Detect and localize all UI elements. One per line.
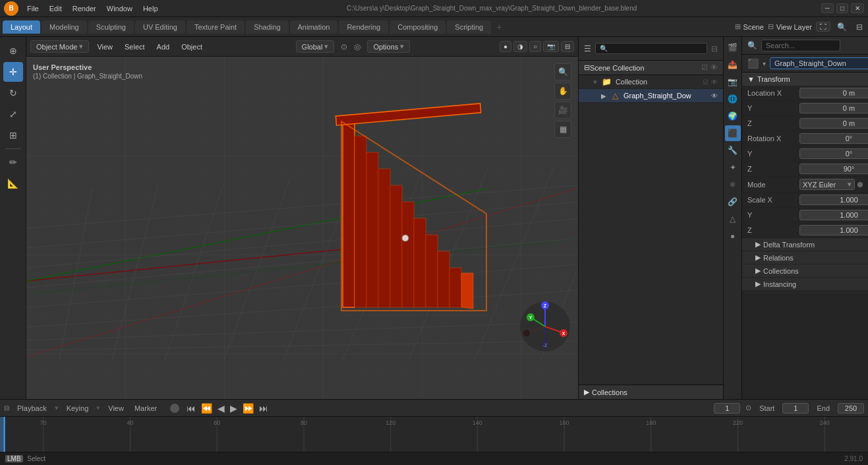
tab-scripting[interactable]: Scripting [447,20,491,34]
menu-file[interactable]: File [22,3,43,14]
object-eye-icon[interactable]: 👁 [711,92,718,100]
annotate-tool-icon[interactable]: ✏ [3,152,23,172]
tab-compositing[interactable]: Compositing [390,20,446,34]
engine-selector[interactable]: ⊞ [735,22,741,31]
properties-search-input[interactable] [761,40,840,51]
scale-tool-icon[interactable]: ⤢ [3,104,23,124]
scene-collection-checkbox-icon[interactable]: ☑ [701,63,708,72]
collection-item[interactable]: ▼ 📁 Collection ☑ 👁 [579,75,723,89]
rotation-mode-dot[interactable] [857,182,863,187]
navigation-gizmo[interactable]: Z -Z X Y [519,300,571,353]
keying-menu[interactable]: Keying [64,404,92,413]
minimize-button[interactable]: ─ [821,3,834,13]
close-button[interactable]: ✕ [851,3,864,13]
scale-y-input[interactable] [799,210,868,220]
material-tab-icon[interactable]: ● [725,228,741,244]
maximize-button[interactable]: □ [836,3,848,13]
outliner-filter-button[interactable]: ⊟ [711,44,718,53]
menu-window[interactable]: Window [102,3,137,14]
location-y-input[interactable] [799,103,868,113]
location-z-input[interactable] [799,118,868,129]
jump-forward-button[interactable]: ⏩ [241,403,256,414]
jump-to-end-button[interactable]: ⏭ [257,403,270,414]
snap-magnet-icon[interactable]: ⊙ [338,41,350,53]
jump-back-button[interactable]: ⏪ [199,403,214,414]
delta-transform-header[interactable]: ▶ Delta Transform [742,238,868,251]
viewport-select-menu[interactable]: Select [121,42,149,52]
transform-space-selector[interactable]: Global ▾ [296,40,335,53]
options-button[interactable]: Options ▾ [367,40,410,53]
scene-tab-icon[interactable]: 🌐 [725,91,741,107]
collection-checkbox-icon[interactable]: ☑ [703,78,709,86]
search-button[interactable]: 🔍 [834,21,850,33]
scale-x-input[interactable] [799,195,868,205]
proportional-edit-icon[interactable]: ◎ [351,41,363,53]
camera-view-button[interactable]: 🎥 [554,102,571,119]
playback-menu[interactable]: Playback [14,404,49,413]
rotation-x-input[interactable] [799,133,868,144]
viewport-camera-icon[interactable]: 📷 [543,41,559,52]
play-reverse-button[interactable]: ◀ [216,403,227,414]
viewport-map-icon[interactable]: ⊟ [561,41,574,52]
view-menu[interactable]: View [105,404,127,413]
tab-animation[interactable]: Animation [290,20,338,34]
particles-tab-icon[interactable]: ✦ [725,160,741,175]
modifier-tab-icon[interactable]: 🔧 [725,142,741,158]
tab-uv-editing[interactable]: UV Editing [135,20,185,34]
object-tab-icon[interactable]: ⬛ [725,125,741,141]
view-layer-tab-icon[interactable]: 📷 [725,74,741,90]
object-name-input[interactable] [770,57,868,69]
marker-menu[interactable]: Marker [132,404,159,413]
scale-z-input[interactable] [799,225,868,235]
collections-header[interactable]: ▶ Collections [742,264,868,278]
move-tool-icon[interactable]: ✛ [3,62,23,82]
add-workspace-button[interactable]: + [496,22,502,32]
viewport-3d[interactable]: Object Mode ▾ View Select Add Object Glo… [26,37,578,399]
menu-render[interactable]: Render [68,3,101,14]
measure-tool-icon[interactable]: 📐 [3,173,23,193]
relations-header[interactable]: ▶ Relations [742,251,868,264]
view-layer-label[interactable]: View Layer [776,23,812,31]
viewport-object-menu[interactable]: Object [177,42,206,52]
menu-help[interactable]: Help [138,3,163,14]
rotation-y-input[interactable] [799,148,868,159]
output-tab-icon[interactable]: 📤 [725,57,741,73]
collections-section-header[interactable]: ▶ Collections [579,385,723,399]
instancing-header[interactable]: ▶ Instancing [742,278,868,291]
viewport-shading-rendered[interactable]: ○ [529,41,541,52]
transform-tool-icon[interactable]: ⊞ [3,125,23,145]
start-frame-input[interactable] [782,403,809,414]
tab-modeling[interactable]: Modeling [42,20,87,34]
rotate-tool-icon[interactable]: ↻ [3,83,23,103]
zoom-to-selected-button[interactable]: 🔍 [554,63,571,80]
graph-object-item[interactable]: ▶ △ Graph_Straight_Dow 👁 [579,89,723,103]
cursor-select-icon[interactable]: ⊕ [3,41,23,61]
play-button[interactable]: ▶ [228,403,239,414]
record-button[interactable] [170,404,179,413]
viewport-view-menu[interactable]: View [93,42,117,52]
tab-shading[interactable]: Shading [246,20,288,34]
tab-rendering[interactable]: Rendering [339,20,388,34]
rotation-z-input[interactable] [799,164,868,174]
grab-hand-button[interactable]: ✋ [554,82,571,100]
scene-collection-eye-icon[interactable]: 👁 [710,63,718,72]
world-tab-icon[interactable]: 🌍 [725,108,741,124]
scene-collection-header[interactable]: ⊟ Scene Collection ☑ 👁 [579,61,723,75]
transform-section-header[interactable]: ▼ Transform [742,73,868,86]
tab-texture-paint[interactable]: Texture Paint [187,20,245,34]
jump-to-start-button[interactable]: ⏮ [185,403,198,414]
physics-tab-icon[interactable]: ⚛ [725,177,741,193]
tab-sculpting[interactable]: Sculpting [88,20,134,34]
grid-view-button[interactable]: ▦ [554,121,571,138]
viewport-shading-material[interactable]: ◑ [513,41,527,52]
menu-edit[interactable]: Edit [45,3,67,14]
constraints-tab-icon[interactable]: 🔗 [725,194,741,210]
location-x-input[interactable] [799,88,868,98]
fullscreen-button[interactable]: ⛶ [816,22,830,32]
viewport-add-menu[interactable]: Add [153,42,174,52]
data-tab-icon[interactable]: △ [725,211,741,227]
render-tab-icon[interactable]: 🎬 [725,40,741,55]
collection-eye-icon[interactable]: 👁 [711,78,718,86]
current-frame-input[interactable] [714,403,740,414]
viewport-shading-solid[interactable]: ● [500,41,511,52]
